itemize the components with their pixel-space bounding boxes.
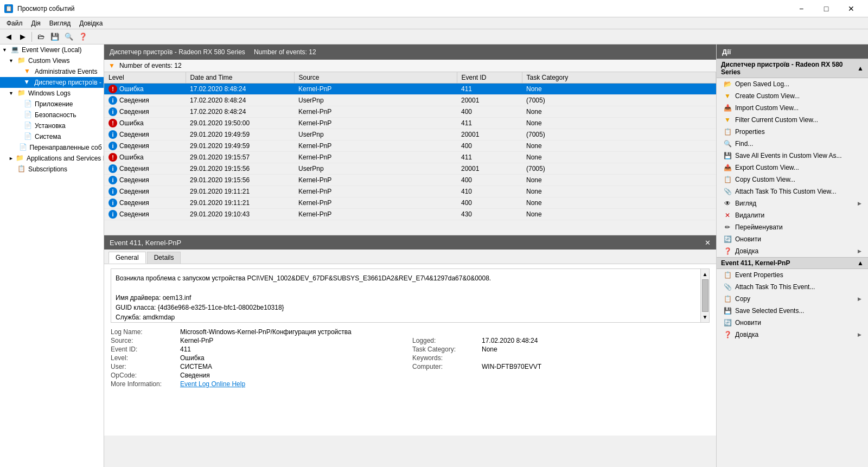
actions-section1-header[interactable]: Диспетчер пристроїв - Radeon RX 580 Seri… [717,59,868,78]
action-item[interactable]: 💾Save Selected Events... [717,305,868,317]
level-text: Сведения [119,176,149,184]
col-eventid[interactable]: Event ID [457,72,522,84]
col-datetime[interactable]: Date and Time [186,72,294,84]
toolbar-btn2[interactable]: 💾 [48,31,61,43]
menu-file[interactable]: Файл [2,18,27,28]
tree-setup[interactable]: 📄 Установка [0,120,104,131]
table-row[interactable]: iСведения29.01.2020 19:15:56Kernel-PnP40… [104,175,716,186]
level-value: Ошибка [180,354,408,362]
action-item[interactable]: ✏Перейменувати [717,221,868,233]
table-row[interactable]: iСведения17.02.2020 8:48:24Kernel-PnP400… [104,106,716,118]
table-row[interactable]: iСведения29.01.2020 19:11:21Kernel-PnP41… [104,186,716,197]
action-item[interactable]: 💾Save All Events in Custom View As... [717,150,868,162]
more-info-link[interactable]: Event Log Online Help [180,380,710,388]
action-item[interactable]: 📎Attach Task To This Event... [717,281,868,293]
action-item[interactable]: 🔄Оновити [717,233,868,245]
keywords-value [482,354,710,362]
tree-forwarded[interactable]: 📄 Перенаправленные соб [0,142,104,153]
toolbar-back[interactable]: ◀ [2,31,15,43]
cell-event_id: 410 [457,186,522,197]
table-row[interactable]: iСведения17.02.2020 8:48:24UserPnp20001(… [104,95,716,106]
action-item[interactable]: 📋Properties [717,126,868,138]
action-item[interactable]: 🔍Find... [717,138,868,150]
menu-help[interactable]: Довідка [75,18,107,28]
action-label: Attach Task To This Event... [735,283,815,291]
actions-section2-header[interactable]: Event 411, Kernel-PnP ▲ [717,257,868,269]
action-item[interactable]: 🔄Оновити [717,317,868,329]
help-icon: ❓ [723,247,732,255]
scroll-down[interactable]: ▼ [703,313,708,321]
detail-text-area[interactable]: Возникла проблема с запуском устройства … [111,268,710,323]
action-item[interactable]: ✕Видалити [717,209,868,221]
action-label: Properties [735,128,765,136]
col-level[interactable]: Level [104,72,186,84]
menu-action[interactable]: Дія [27,18,45,28]
cell-task_category: None [522,84,716,95]
close-detail-icon[interactable]: ✕ [705,239,711,247]
toolbar-forward[interactable]: ▶ [16,31,29,43]
cell-source: Kernel-PnP [294,186,457,197]
action-item[interactable]: 📥Import Custom View... [717,102,868,114]
expand-icon [15,134,22,139]
tab-details[interactable]: Details [147,252,181,264]
tree-application[interactable]: 📄 Приложение [0,99,104,110]
info-icon: i [108,164,117,173]
action-item[interactable]: ❓Довідка▶ [717,329,868,341]
table-row[interactable]: !Ошибка29.01.2020 19:50:00Kernel-PnP411N… [104,118,716,129]
action-item[interactable]: 📋Copy▶ [717,293,868,305]
rename-icon: ✏ [723,223,732,232]
tree-custom-views[interactable]: ▼ 📁 Custom Views [0,55,104,66]
minimize-button[interactable]: − [789,0,814,17]
expand-icon [15,112,22,118]
action-item[interactable]: ▼Create Custom View... [717,90,868,102]
delete-icon: ✕ [723,211,732,220]
action-item[interactable]: 📋Event Properties [717,269,868,281]
action-item[interactable]: 📂Open Saved Log... [717,78,868,90]
tree-windows-logs[interactable]: ▼ 📁 Windows Logs [0,88,104,99]
cell-datetime: 29.01.2020 19:15:56 [186,163,294,175]
close-button[interactable]: ✕ [839,0,864,17]
tree-application-label: Приложение [35,100,73,108]
tree-admin-events[interactable]: ▼ Administrative Events [0,66,104,77]
action-item[interactable]: 👁Вигляд▶ [717,197,868,209]
action-label: Create Custom View... [735,92,800,100]
detail-header-title: Event 411, Kernel-PnP [110,239,181,247]
col-task[interactable]: Task Category [522,72,716,84]
tree-system[interactable]: 📄 Система [0,131,104,142]
action-item[interactable]: 📤Export Custom View... [717,162,868,174]
menu-view[interactable]: Вигляд [45,18,75,28]
tree-root[interactable]: ▼ 💻 Event Viewer (Local) [0,44,104,55]
action-item[interactable]: ❓Довідка▶ [717,245,868,257]
copy-icon: 📋 [723,175,732,184]
user-value: СИСТЕМА [180,363,408,370]
event-id-label: Event ID: [111,346,176,353]
tree-subscriptions[interactable]: 📋 Subscriptions [0,164,104,175]
filter-icon: ▼ [108,62,115,69]
table-row[interactable]: !Ошибка17.02.2020 8:48:24Kernel-PnP411No… [104,84,716,95]
maximize-button[interactable]: □ [814,0,839,17]
tree-security[interactable]: 📄 Безопасность [0,110,104,120]
cell-level: iСведения [104,175,186,186]
toolbar-btn4[interactable]: ❓ [76,31,90,43]
toolbar-btn3[interactable]: 🔍 [62,31,75,43]
section2-collapse-icon: ▲ [857,259,864,267]
tab-general[interactable]: General [108,252,146,264]
action-item[interactable]: 📎Attach Task To This Custom View... [717,185,868,197]
table-row[interactable]: !Ошибка29.01.2020 19:15:57Kernel-PnP411N… [104,152,716,163]
table-row[interactable]: iСведения29.01.2020 19:15:56UserPnp20001… [104,163,716,175]
toolbar-btn1[interactable]: 🗁 [34,31,47,43]
table-row[interactable]: iСведения29.01.2020 19:49:59Kernel-PnP40… [104,140,716,152]
tree-apps-services[interactable]: ► 📁 Applications and Services Lo [0,153,104,164]
scroll-up[interactable]: ▲ [703,270,708,278]
tree-dispatcher[interactable]: ▼ Диспетчер пристроїв - [0,77,104,88]
table-row[interactable]: iСведения29.01.2020 19:11:21Kernel-PnP40… [104,197,716,209]
tree-root-label: Event Viewer (Local) [22,46,82,54]
col-source[interactable]: Source [294,72,457,84]
action-item[interactable]: 📋Copy Custom View... [717,174,868,185]
events-table-container[interactable]: Level Date and Time Source Event ID Task… [104,72,716,235]
action-item[interactable]: ▼Filter Current Custom View... [717,114,868,126]
table-row[interactable]: iСведения29.01.2020 19:49:59UserPnp20001… [104,129,716,140]
table-row[interactable]: iСведения29.01.2020 19:10:43Kernel-PnP43… [104,209,716,220]
cell-task_category: None [522,197,716,209]
error-icon: ! [108,119,117,127]
